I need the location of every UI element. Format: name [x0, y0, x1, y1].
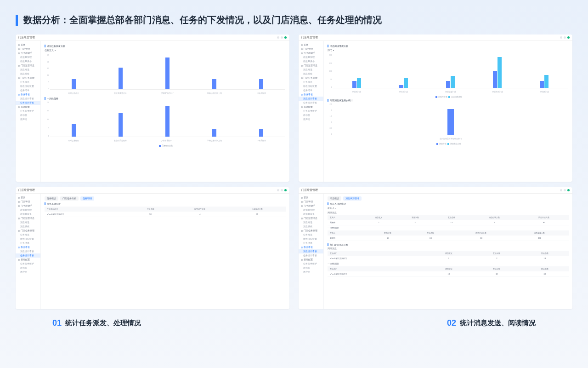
bell-icon[interactable] — [281, 36, 283, 39]
legend: 需要任务总数 — [45, 144, 286, 147]
nav-board[interactable]: 数据看板 — [16, 92, 40, 97]
task-source-table: 任务发起部门任务总数应完成任务数待处理任务数 aPaaS解决方案部门59455 — [45, 207, 286, 217]
screenshot-task-source: 门店经营管理 首页 门店管理 飞书群助手 群批量管理 群批量设备 门店运营消息 … — [16, 187, 289, 309]
avatar[interactable] — [284, 36, 287, 39]
section-title: 计划任务派发分析 — [45, 45, 286, 47]
nav-task[interactable]: 门店任务管理 — [16, 76, 40, 80]
chart-plan-task: 2520151050 日时运营任务营业每晨签任务罗家辉通任017常新运营时间上报… — [45, 54, 286, 94]
dept-dropdown[interactable]: 部门 — [328, 49, 334, 52]
nav-store[interactable]: 门店管理 — [16, 47, 40, 51]
tab-store-task[interactable]: 门店任务分析 — [60, 196, 79, 201]
foot-num-2: 02 — [447, 318, 456, 328]
app-title: 门店经营管理 — [18, 36, 35, 39]
chart-cycle-msg: 2.521.510.50 当日运转是个外组联合部门 — [328, 103, 569, 140]
sidebar: 首页 门店管理 飞书群助手 群批量管理 群批量设备 门店运营消息 消息推送 消息… — [16, 41, 41, 182]
nav-feishu[interactable]: 飞书群助手 — [16, 51, 40, 55]
task-def-dropdown[interactable]: 任务定义 — [45, 49, 56, 52]
section-title: 一次性任务 — [45, 97, 286, 100]
screenshot-task-dispatch: 门店经营管理 首页 门店管理 飞书群助手 群批量管理 群批量设备 门店运营消息 … — [16, 34, 289, 182]
gear-icon[interactable] — [277, 36, 279, 39]
screenshot-msg-read: 门店经营管理 首页 门店管理 飞书群助手 群批量管理 群批量设备 门店运营消息 … — [299, 34, 572, 182]
nav-home[interactable]: 首页 — [16, 43, 40, 47]
chart-msg-read: 200150100500 深圳南门店深圳东门店深圳监管门店深圳东南门店深圳西门店 — [328, 54, 569, 93]
page-header: 数据分析：全面掌握总部各部门消息、任务的下发情况，以及门店消息、任务处理的情况 — [16, 14, 572, 26]
nav-msg[interactable]: 门店运营消息 — [16, 63, 40, 68]
tab-task-detail[interactable]: 任务明细 — [80, 196, 94, 201]
page-title: 数据分析：全面掌握总部各部门消息、任务的下发情况，以及门店消息、任务处理的情况 — [23, 14, 382, 26]
accent-bar — [16, 15, 18, 26]
nav-task-board-active[interactable]: 任务统计看板 — [16, 101, 40, 105]
screenshot-msg-source: 门店经营管理 首页 门店管理 飞书群助手 群批量管理 群批量设备 门店运营消息 … — [299, 187, 572, 309]
tabs: 任务概况 门店任务分析 任务明细 — [45, 196, 286, 201]
chart-once-task: 20151050 日时运营任务营业每晨签任务罗家辉通任017常新运营时间上报排班… — [45, 101, 286, 142]
nav-base[interactable]: 基础配置 — [16, 105, 40, 109]
tab-overview[interactable]: 任务概况 — [45, 196, 58, 201]
foot-num-1: 01 — [52, 318, 62, 328]
footer: 01统计任务派发、处理情况 02统计消息发送、阅读情况 — [16, 318, 572, 328]
screenshot-grid: 门店经营管理 首页 门店管理 飞书群助手 群批量管理 群批量设备 门店运营消息 … — [16, 34, 572, 309]
table-row[interactable]: aPaaS解决方案部门59455 — [45, 212, 286, 217]
